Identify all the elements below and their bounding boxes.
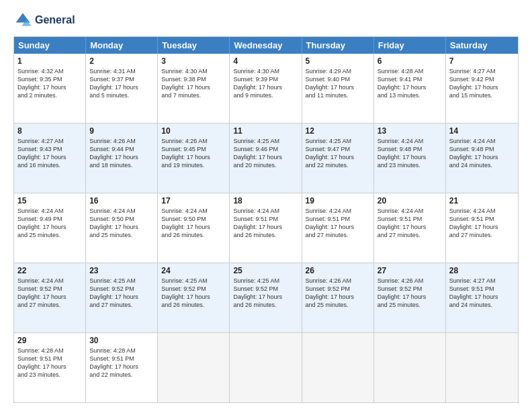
day-info-line: and 16 minutes. [17, 161, 82, 169]
day-info-line: Sunset: 9:51 PM [378, 215, 442, 223]
day-info-line: Sunrise: 4:26 AM [89, 137, 154, 145]
header: General [13, 11, 519, 30]
day-number: 22 [17, 266, 82, 275]
calendar-cell: 11Sunrise: 4:25 AMSunset: 9:46 PMDayligh… [230, 124, 302, 193]
header-day-friday: Friday [374, 37, 446, 54]
day-number: 2 [89, 56, 154, 66]
day-info-line: and 26 minutes. [161, 301, 226, 309]
day-info-line: Sunrise: 4:26 AM [161, 137, 226, 145]
day-info-line: Daylight: 17 hours [161, 83, 226, 91]
day-info-line: Sunrise: 4:27 AM [449, 67, 515, 75]
day-info-line: Daylight: 17 hours [449, 83, 515, 91]
day-number: 15 [17, 196, 82, 205]
day-info-line: and 22 minutes. [89, 371, 154, 379]
logo: General [13, 11, 75, 30]
calendar: SundayMondayTuesdayWednesdayThursdayFrid… [13, 36, 519, 403]
day-info-line: Sunset: 9:51 PM [306, 215, 370, 223]
day-info-line: and 15 minutes. [449, 91, 515, 99]
calendar-row-5: 29Sunrise: 4:28 AMSunset: 9:51 PMDayligh… [14, 333, 518, 402]
day-info-line: Sunrise: 4:25 AM [161, 277, 226, 285]
day-info-line: Sunset: 9:52 PM [17, 285, 82, 293]
day-number: 17 [161, 196, 226, 205]
day-info-line: Sunrise: 4:24 AM [233, 207, 298, 215]
day-info-line: Daylight: 17 hours [89, 363, 154, 371]
day-info-line: and 27 minutes. [449, 231, 515, 239]
day-number: 3 [161, 56, 226, 66]
calendar-cell [302, 333, 374, 402]
day-info-line: Sunset: 9:51 PM [449, 215, 515, 223]
day-info-line: Sunset: 9:43 PM [17, 145, 82, 153]
day-info-line: Sunset: 9:52 PM [233, 285, 298, 293]
header-day-sunday: Sunday [14, 37, 86, 54]
day-info-line: Daylight: 17 hours [306, 223, 370, 231]
calendar-cell: 4Sunrise: 4:30 AMSunset: 9:39 PMDaylight… [230, 54, 302, 123]
day-number: 21 [449, 196, 515, 205]
day-info-line: Daylight: 17 hours [378, 293, 442, 301]
calendar-cell [230, 333, 302, 402]
header-day-wednesday: Wednesday [230, 37, 302, 54]
day-info-line: Sunrise: 4:24 AM [17, 277, 82, 285]
day-info-line: Daylight: 17 hours [17, 363, 82, 371]
day-info-line: Sunset: 9:51 PM [89, 355, 154, 363]
day-info-line: Sunrise: 4:30 AM [161, 67, 226, 75]
calendar-cell: 1Sunrise: 4:32 AMSunset: 9:35 PMDaylight… [14, 54, 86, 123]
calendar-row-3: 15Sunrise: 4:24 AMSunset: 9:49 PMDayligh… [14, 193, 518, 263]
day-info-line: Daylight: 17 hours [233, 83, 298, 91]
calendar-cell: 23Sunrise: 4:25 AMSunset: 9:52 PMDayligh… [86, 263, 158, 332]
day-info-line: and 25 minutes. [378, 301, 442, 309]
day-info-line: Sunrise: 4:30 AM [233, 67, 298, 75]
day-info-line: Sunrise: 4:27 AM [449, 277, 515, 285]
calendar-cell: 7Sunrise: 4:27 AMSunset: 9:42 PMDaylight… [446, 54, 518, 123]
day-info-line: Daylight: 17 hours [449, 153, 515, 161]
day-info-line: Daylight: 17 hours [233, 153, 298, 161]
day-info-line: Sunset: 9:50 PM [161, 215, 226, 223]
calendar-cell: 30Sunrise: 4:28 AMSunset: 9:51 PMDayligh… [86, 333, 158, 402]
day-info-line: Sunset: 9:35 PM [17, 75, 82, 83]
day-info-line: Daylight: 17 hours [378, 153, 442, 161]
logo-text: General [35, 14, 75, 26]
day-info-line: Sunrise: 4:26 AM [306, 277, 370, 285]
day-info-line: and 27 minutes. [89, 301, 154, 309]
day-info-line: Daylight: 17 hours [306, 293, 370, 301]
header-day-monday: Monday [86, 37, 158, 54]
day-info-line: and 25 minutes. [89, 231, 154, 239]
day-info-line: Daylight: 17 hours [161, 223, 226, 231]
calendar-cell: 15Sunrise: 4:24 AMSunset: 9:49 PMDayligh… [14, 193, 86, 263]
day-info-line: Sunset: 9:52 PM [378, 285, 442, 293]
day-number: 23 [89, 266, 154, 275]
day-info-line: Sunrise: 4:24 AM [449, 207, 515, 215]
calendar-cell: 27Sunrise: 4:26 AMSunset: 9:52 PMDayligh… [374, 263, 446, 332]
day-info-line: and 23 minutes. [17, 371, 82, 379]
logo-icon [13, 11, 32, 30]
day-info-line: Sunset: 9:37 PM [89, 75, 154, 83]
day-info-line: and 25 minutes. [17, 231, 82, 239]
day-number: 28 [449, 266, 515, 275]
day-number: 6 [378, 56, 442, 66]
day-info-line: and 24 minutes. [449, 301, 515, 309]
day-info-line: Sunset: 9:48 PM [378, 145, 442, 153]
calendar-cell: 5Sunrise: 4:29 AMSunset: 9:40 PMDaylight… [302, 54, 374, 123]
day-info-line: and 11 minutes. [306, 91, 370, 99]
day-number: 19 [306, 196, 370, 205]
day-info-line: and 20 minutes. [233, 161, 298, 169]
day-info-line: and 27 minutes. [306, 231, 370, 239]
day-info-line: and 27 minutes. [17, 301, 82, 309]
calendar-cell [446, 333, 518, 402]
day-info-line: and 18 minutes. [89, 161, 154, 169]
calendar-cell: 16Sunrise: 4:24 AMSunset: 9:50 PMDayligh… [86, 193, 158, 263]
calendar-cell: 13Sunrise: 4:24 AMSunset: 9:48 PMDayligh… [374, 124, 446, 193]
day-number: 24 [161, 266, 226, 275]
day-info-line: Sunset: 9:48 PM [449, 145, 515, 153]
day-info-line: and 22 minutes. [306, 161, 370, 169]
day-info-line: Daylight: 17 hours [306, 153, 370, 161]
calendar-row-1: 1Sunrise: 4:32 AMSunset: 9:35 PMDaylight… [14, 54, 518, 124]
day-info-line: Sunrise: 4:31 AM [89, 67, 154, 75]
day-info-line: and 9 minutes. [233, 91, 298, 99]
day-info-line: Sunrise: 4:32 AM [17, 67, 82, 75]
day-number: 11 [233, 126, 298, 136]
day-info-line: Daylight: 17 hours [378, 223, 442, 231]
calendar-cell: 12Sunrise: 4:25 AMSunset: 9:47 PMDayligh… [302, 124, 374, 193]
day-info-line: Sunrise: 4:24 AM [306, 207, 370, 215]
day-info-line: Sunrise: 4:26 AM [378, 277, 442, 285]
day-number: 16 [89, 196, 154, 205]
